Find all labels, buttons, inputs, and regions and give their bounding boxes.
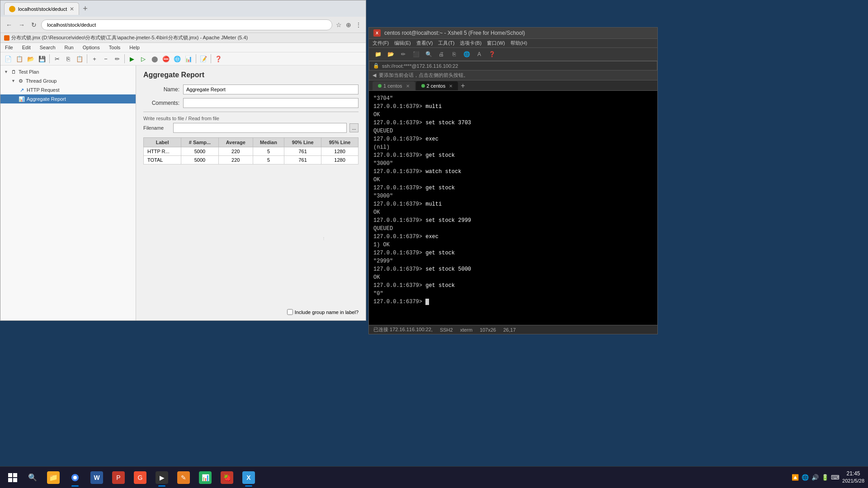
xshell-open-btn[interactable]: 📂: [385, 49, 396, 59]
xshell-search-btn[interactable]: 🔍: [423, 49, 434, 59]
taskbar: 🔍 📁 W P G: [0, 466, 868, 488]
bookmark-icon[interactable]: ☆: [335, 21, 342, 28]
col-samples: # Samp...: [181, 138, 219, 147]
menu-help[interactable]: Help: [127, 44, 142, 51]
xshell-menu-file[interactable]: 文件(F): [373, 40, 389, 47]
tray-keyboard-icon[interactable]: ⌨: [831, 474, 839, 481]
toolbar-log-btn[interactable]: 📝: [198, 54, 208, 64]
xshell-compose-btn[interactable]: ⬛: [410, 49, 421, 59]
cell-95line: 1280: [321, 147, 359, 156]
toolbar-template-btn[interactable]: 📋: [14, 54, 24, 64]
toolbar-stop-btn[interactable]: ⬤: [150, 54, 160, 64]
include-group-checkbox[interactable]: [287, 309, 293, 315]
tab-close-1[interactable]: ✕: [406, 84, 410, 89]
toolbar-expand-btn[interactable]: +: [90, 54, 99, 64]
toolbar-shutdown-btn[interactable]: ⛔: [161, 54, 171, 64]
address-bar[interactable]: [41, 19, 332, 30]
filename-input[interactable]: [173, 123, 347, 133]
xshell-menu-tools[interactable]: 工具(T): [438, 40, 454, 47]
tray-expand-icon[interactable]: 🔼: [792, 474, 799, 481]
tree-item-aggregatereport[interactable]: 📊 Aggregate Report: [0, 94, 136, 103]
xshell-copy-btn[interactable]: ⎘: [448, 49, 459, 59]
cell-median: 5: [253, 156, 284, 164]
browser-tab[interactable]: localhost/stock/deduct ✕: [4, 2, 79, 15]
taskbar-app-chart[interactable]: 📊: [195, 468, 215, 488]
xshell-menu-help[interactable]: 帮助(H): [510, 40, 527, 47]
menu-tools[interactable]: Tools: [107, 44, 123, 51]
tab-label-1: 1 centos: [383, 83, 402, 89]
terminal-line: "2999": [373, 257, 653, 265]
taskbar-app-strawberry[interactable]: 🍓: [217, 468, 237, 488]
forward-button[interactable]: →: [17, 20, 27, 29]
jmeter-menu-bar: File Edit Search Run Options Tools Help: [0, 43, 366, 52]
toolbar-startnosave-btn[interactable]: ▷: [138, 54, 148, 64]
terminal-line: 127.0.0.1:6379> multi: [373, 200, 653, 208]
toolbar-edit-btn[interactable]: ✏: [112, 54, 122, 64]
xshell-menu-view[interactable]: 查看(V): [416, 40, 433, 47]
tray-sound-icon[interactable]: 🔊: [811, 474, 819, 481]
toolbar-help-btn[interactable]: ❓: [213, 54, 223, 64]
back-button[interactable]: ←: [4, 20, 14, 29]
tab-close-2[interactable]: ✕: [449, 84, 453, 89]
browse-button[interactable]: ...: [349, 123, 359, 132]
terminal-line: QUEUED: [373, 225, 653, 233]
start-button[interactable]: [4, 469, 22, 487]
new-tab-plus[interactable]: +: [459, 82, 467, 90]
toolbar-copy-btn[interactable]: ⎘: [63, 54, 73, 64]
xshell-new-session-btn[interactable]: 📁: [373, 49, 383, 59]
taskbar-app-explorer[interactable]: 📁: [43, 468, 63, 488]
menu-run[interactable]: Run: [63, 44, 75, 51]
xshell-menu-window[interactable]: 窗口(W): [487, 40, 505, 47]
taskbar-app-pomodoro[interactable]: P: [108, 468, 128, 488]
terminal-line: OK: [373, 176, 653, 184]
tree-item-httprequest[interactable]: ↗ HTTP Request: [0, 85, 136, 94]
cell-samples: 5000: [181, 156, 219, 164]
taskbar-app-git[interactable]: G: [130, 468, 150, 488]
xshell-question-btn[interactable]: ❓: [486, 49, 497, 59]
taskbar-app-word[interactable]: W: [87, 468, 107, 488]
toolbar-results-btn[interactable]: 📊: [184, 54, 193, 64]
toolbar-cut-btn[interactable]: ✂: [52, 54, 62, 64]
toolbar-save-btn[interactable]: 💾: [37, 54, 47, 64]
xshell-font-btn[interactable]: A: [474, 49, 485, 59]
menu-options[interactable]: Options: [81, 44, 102, 51]
xshell-tab-2[interactable]: 2 centos ✕: [416, 81, 458, 90]
menu-edit[interactable]: Edit: [20, 44, 33, 51]
toolbar-paste-btn[interactable]: 📋: [75, 54, 85, 64]
tray-battery-icon[interactable]: 🔋: [821, 474, 829, 481]
col-median: Median: [253, 138, 284, 147]
taskbar-app-terminal[interactable]: ▶: [152, 468, 172, 488]
new-tab-button[interactable]: +: [81, 4, 90, 14]
comments-input[interactable]: [183, 98, 359, 108]
xshell-print-btn[interactable]: 🖨: [436, 49, 447, 59]
menu-icon[interactable]: ⋮: [355, 21, 362, 28]
terminal-area[interactable]: "3704" 127.0.0.1:6379> multi OK 127.0.0.…: [369, 91, 657, 325]
taskbar-app-feather[interactable]: ✎: [174, 468, 193, 488]
taskbar-clock[interactable]: 21:45 2021/5/28: [842, 470, 864, 484]
terminal-line: 127.0.0.1:6379> exec: [373, 233, 653, 241]
tray-network-icon[interactable]: 🌐: [802, 474, 809, 481]
name-input[interactable]: [183, 84, 359, 94]
menu-file[interactable]: File: [3, 44, 15, 51]
tree-item-threadgroup[interactable]: ▼ ⚙ Thread Group: [0, 76, 136, 85]
toolbar-new-btn[interactable]: 📄: [3, 54, 13, 64]
xshell-menu-edit[interactable]: 编辑(E): [394, 40, 411, 47]
taskbar-search-button[interactable]: 🔍: [24, 469, 42, 487]
tree-item-testplan[interactable]: ▼ 🗒 Test Plan: [0, 67, 136, 76]
toolbar-collapse-btn[interactable]: −: [101, 54, 111, 64]
refresh-button[interactable]: ↻: [29, 20, 38, 29]
xshell-web-btn[interactable]: 🌐: [461, 49, 472, 59]
extensions-icon[interactable]: ⊕: [345, 21, 352, 28]
tree-label-testplan: Test Plan: [19, 69, 39, 75]
tab-close-button[interactable]: ✕: [70, 6, 74, 12]
taskbar-app-chrome[interactable]: [65, 468, 85, 488]
menu-search[interactable]: Search: [38, 44, 57, 51]
drag-handle[interactable]: ⋮: [322, 156, 325, 320]
taskbar-app-xshell[interactable]: X: [239, 468, 259, 488]
toolbar-start-btn[interactable]: ▶: [127, 54, 137, 64]
xshell-menu-tabs[interactable]: 选项卡(B): [460, 40, 481, 47]
toolbar-open-btn[interactable]: 📂: [26, 54, 36, 64]
toolbar-remote-btn[interactable]: 🌐: [172, 54, 182, 64]
xshell-tab-1[interactable]: 1 centos ✕: [373, 81, 415, 90]
xshell-pen-btn[interactable]: ✏: [398, 49, 409, 59]
